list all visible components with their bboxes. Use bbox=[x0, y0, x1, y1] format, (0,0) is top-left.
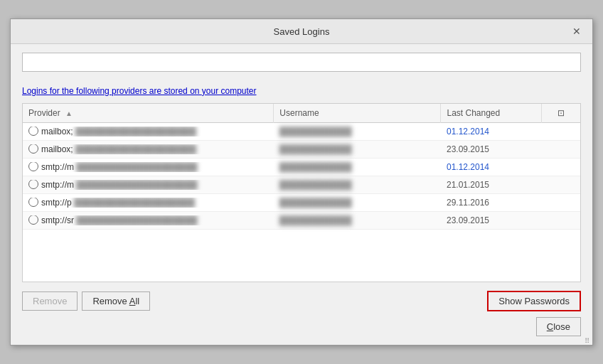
extra-cell bbox=[541, 141, 580, 159]
left-buttons: Remove Remove All bbox=[22, 291, 150, 311]
info-text-before: Logins for the following providers are s… bbox=[22, 86, 202, 96]
username-cell: ████████████ bbox=[274, 141, 441, 159]
actions-row: Remove Remove All Show Passwords bbox=[22, 291, 581, 311]
provider-blurred: ████████████████████ bbox=[73, 144, 196, 154]
globe-icon bbox=[28, 198, 38, 207]
sort-icon-provider: ▲ bbox=[65, 109, 73, 117]
username-cell: ████████████ bbox=[274, 212, 441, 230]
provider-text: mailbox; bbox=[41, 127, 73, 136]
provider-cell: mailbox; ████████████████████ bbox=[23, 141, 274, 159]
bottom-row: Close bbox=[22, 317, 581, 336]
date-text: 23.09.2015 bbox=[441, 212, 541, 230]
resize-handle[interactable]: ⠿ bbox=[585, 337, 592, 344]
close-button[interactable]: Close bbox=[536, 317, 581, 336]
username-cell: ████████████ bbox=[274, 159, 441, 176]
dialog-body: 🔍 Logins for the following providers are… bbox=[11, 44, 592, 345]
col-last-changed-label: Last Changed bbox=[447, 108, 500, 118]
provider-text: mailbox; bbox=[41, 144, 73, 154]
saved-logins-dialog: Saved Logins ✕ 🔍 Logins for the followin… bbox=[10, 18, 593, 346]
date-text: 01.12.2014 bbox=[441, 159, 541, 176]
globe-icon bbox=[28, 144, 38, 154]
extra-cell bbox=[541, 212, 580, 230]
extra-cell bbox=[541, 159, 580, 176]
remove-label: Remove bbox=[33, 296, 67, 306]
show-passwords-label: Show Passwords bbox=[498, 296, 570, 306]
provider-blurred: ████████████████████ bbox=[74, 180, 197, 190]
username-blurred: ████████████ bbox=[279, 198, 352, 208]
table-row[interactable]: smtp://sr ████████████████████ █████████… bbox=[23, 212, 580, 230]
show-passwords-button[interactable]: Show Passwords bbox=[487, 291, 581, 311]
provider-cell: smtp://sr ████████████████████ bbox=[23, 212, 274, 230]
info-text-link[interactable]: your computer bbox=[202, 86, 257, 96]
date-text: 01.12.2014 bbox=[441, 123, 541, 141]
table-header: Provider ▲ Username Last Changed ⊡ bbox=[23, 104, 580, 123]
col-header-username[interactable]: Username bbox=[274, 104, 441, 123]
provider-blurred: ████████████████████ bbox=[74, 215, 197, 225]
search-wrapper: 🔍 bbox=[22, 53, 581, 79]
logins-table-container: Provider ▲ Username Last Changed ⊡ bbox=[22, 103, 581, 282]
provider-cell: smtp://p ████████████████████ bbox=[23, 194, 274, 212]
info-text: Logins for the following providers are s… bbox=[22, 86, 581, 96]
provider-text: smtp://m bbox=[41, 180, 74, 190]
username-blurred: ████████████ bbox=[279, 162, 352, 172]
provider-text: smtp://p bbox=[41, 198, 72, 208]
date-text: 21.01.2015 bbox=[441, 176, 541, 194]
date-text: 23.09.2015 bbox=[441, 141, 541, 159]
dialog-title: Saved Logins bbox=[33, 26, 570, 37]
provider-text: smtp://m bbox=[41, 162, 74, 172]
username-cell: ████████████ bbox=[274, 176, 441, 194]
close-label: Close bbox=[547, 321, 570, 332]
col-provider-label: Provider bbox=[28, 108, 60, 118]
provider-cell: mailbox; ████████████████████ bbox=[23, 123, 274, 141]
globe-icon bbox=[28, 180, 38, 189]
provider-cell: smtp://m ████████████████████ bbox=[23, 176, 274, 194]
extra-cell bbox=[541, 176, 580, 194]
table-row[interactable]: smtp://p ████████████████████ ██████████… bbox=[23, 194, 580, 212]
col-header-provider[interactable]: Provider ▲ bbox=[23, 104, 274, 123]
extra-cell bbox=[541, 123, 580, 141]
table-row[interactable]: mailbox; ████████████████████ ██████████… bbox=[23, 141, 580, 159]
col-username-label: Username bbox=[279, 108, 319, 118]
globe-icon bbox=[28, 127, 38, 136]
table-row[interactable]: smtp://m ████████████████████ ██████████… bbox=[23, 176, 580, 194]
provider-text: smtp://sr bbox=[41, 215, 74, 225]
table-body: mailbox; ████████████████████ ██████████… bbox=[23, 123, 580, 230]
globe-icon bbox=[28, 215, 38, 225]
username-cell: ████████████ bbox=[274, 194, 441, 212]
title-bar: Saved Logins ✕ bbox=[11, 19, 592, 44]
remove-button[interactable]: Remove bbox=[22, 291, 78, 311]
provider-blurred: ████████████████████ bbox=[74, 162, 197, 172]
username-cell: ████████████ bbox=[274, 123, 441, 141]
globe-icon bbox=[28, 162, 38, 171]
username-blurred: ████████████ bbox=[279, 180, 352, 190]
extra-cell bbox=[541, 194, 580, 212]
dialog-close-button[interactable]: ✕ bbox=[570, 25, 584, 38]
username-blurred: ████████████ bbox=[279, 144, 352, 154]
provider-cell: smtp://m ████████████████████ bbox=[23, 159, 274, 176]
remove-all-label: Remove All bbox=[92, 296, 139, 306]
table-row[interactable]: smtp://m ████████████████████ ██████████… bbox=[23, 159, 580, 176]
username-blurred: ████████████ bbox=[279, 215, 352, 225]
remove-all-button[interactable]: Remove All bbox=[82, 291, 150, 311]
col-header-last-changed[interactable]: Last Changed bbox=[441, 104, 541, 123]
provider-blurred: ████████████████████ bbox=[73, 127, 196, 136]
username-blurred: ████████████ bbox=[279, 127, 352, 136]
logins-table: Provider ▲ Username Last Changed ⊡ bbox=[23, 104, 580, 230]
search-input[interactable] bbox=[22, 53, 581, 72]
table-row[interactable]: mailbox; ████████████████████ ██████████… bbox=[23, 123, 580, 141]
col-header-extra: ⊡ bbox=[541, 104, 580, 123]
date-text: 29.11.2016 bbox=[441, 194, 541, 212]
provider-blurred: ████████████████████ bbox=[72, 198, 195, 208]
